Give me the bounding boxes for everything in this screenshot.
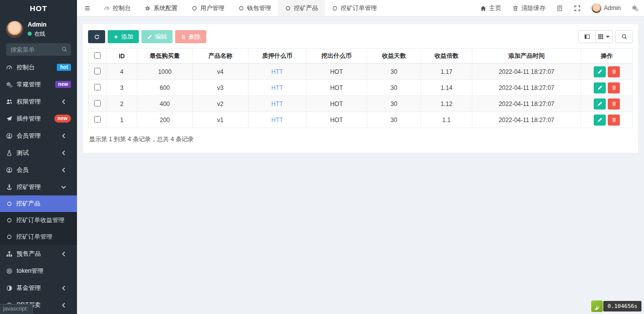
stake-coin-link[interactable]: HTT (271, 68, 283, 75)
hamburger-icon (84, 5, 91, 12)
sidebar-subitem-label: 挖矿订单管理 (16, 233, 52, 241)
row-edit-button[interactable] (594, 82, 606, 93)
chevron-down-icon (60, 184, 67, 190)
cell: v1 (192, 112, 248, 128)
language-button[interactable] (551, 0, 569, 16)
sidebar-subitem[interactable]: 挖矿订单管理 (0, 229, 77, 245)
tab[interactable]: 挖矿订单管理 (325, 0, 384, 16)
sidebar-item[interactable]: token管理 (0, 262, 77, 279)
cell: 600 (137, 80, 192, 96)
adjust-icon (6, 285, 13, 291)
select-cell (89, 64, 107, 80)
sidebar-item-label: 常规管理 (17, 80, 41, 89)
ops-cell (581, 80, 633, 96)
row-checkbox[interactable] (94, 100, 101, 107)
stake-coin-link[interactable]: HTT (271, 100, 283, 108)
home-label: 主页 (489, 4, 501, 13)
cell: 30 (367, 112, 421, 128)
token-icon (6, 268, 13, 274)
tab[interactable]: 控制台 (97, 0, 138, 16)
cell: HTT (249, 64, 306, 80)
row-edit-button[interactable] (594, 66, 606, 77)
sidebar-item[interactable]: 预售产品 (0, 245, 77, 262)
row-checkbox[interactable] (94, 84, 101, 90)
row-checkbox[interactable] (94, 116, 101, 123)
row-edit-button[interactable] (594, 98, 606, 110)
stake-coin-link[interactable]: HTT (271, 84, 283, 91)
pencil-icon (597, 101, 603, 107)
settings-button[interactable] (626, 0, 644, 16)
user-status: 在线 (28, 30, 46, 38)
tab[interactable]: 用户管理 (185, 0, 231, 16)
sidebar-item[interactable]: 测试 (0, 144, 77, 161)
sidebar-item[interactable]: 控制台hot (0, 59, 77, 76)
add-button[interactable]: 添加 (108, 30, 139, 43)
toggle-view-button[interactable] (578, 30, 596, 43)
sidebar-item[interactable]: 挖矿管理 (0, 178, 77, 195)
exec-time-widget: 0.104656s (591, 300, 641, 312)
cell: 1.12 (421, 96, 472, 112)
fullscreen-button[interactable] (569, 0, 586, 16)
sidebar-item[interactable]: 插件管理new (0, 110, 77, 127)
delete-button[interactable]: 删除 (175, 30, 206, 43)
search-toggle-button[interactable] (615, 30, 633, 43)
row-delete-button[interactable] (608, 115, 620, 126)
row-edit-button[interactable] (594, 115, 606, 126)
tab[interactable]: 钱包管理 (231, 0, 278, 16)
circle-o-icon (192, 6, 197, 11)
gears-icon (632, 5, 638, 12)
avatar (6, 21, 23, 38)
cell: 3 (106, 80, 137, 96)
clear-cache-button[interactable]: 清除缓存 (507, 0, 551, 16)
sidebar-item[interactable]: 基金管理 (0, 279, 77, 296)
sidebar-subitem[interactable]: 挖矿产品 (0, 195, 77, 212)
chevron-left-icon (60, 285, 67, 291)
sidebar-item-label: 基金管理 (17, 284, 41, 292)
add-button-label: 添加 (121, 33, 133, 41)
home-link[interactable]: 主页 (474, 0, 507, 16)
row-delete-button[interactable] (608, 98, 620, 110)
user-name: Admin (28, 21, 46, 28)
column-header: 添加产品时间 (472, 49, 581, 64)
sidebar-item[interactable]: 会员 (0, 161, 77, 178)
select-all-checkbox[interactable] (94, 52, 101, 59)
sidebar-item[interactable]: 会员管理 (0, 127, 77, 144)
refresh-icon (94, 34, 100, 40)
row-delete-button[interactable] (608, 82, 620, 93)
row-checkbox[interactable] (94, 68, 101, 74)
sidebar-item-label: 插件管理 (17, 115, 41, 123)
menu-search (6, 43, 71, 56)
select-cell (89, 96, 107, 112)
sidebar-menu: 控制台hot常规管理new权限管理插件管理new会员管理测试会员挖矿管理挖矿产品… (0, 59, 77, 313)
sidebar-item[interactable]: 权限管理 (0, 93, 77, 110)
edit-button[interactable]: 编辑 (141, 30, 173, 43)
cell: 1.17 (421, 64, 472, 80)
cell: 1.14 (421, 80, 472, 96)
tab[interactable]: 挖矿产品 (278, 0, 325, 16)
topbar-right: 主页 清除缓存 Admin (474, 0, 644, 16)
select-cell (89, 112, 107, 128)
user-menu[interactable]: Admin (586, 0, 626, 16)
cell: HTT (249, 80, 306, 96)
stake-coin-link[interactable]: HTT (271, 117, 283, 124)
tab-label: 挖矿产品 (294, 4, 318, 13)
sidebar-item[interactable]: 常规管理new (0, 76, 77, 93)
products-table: ID最低购买量产品名称质押什么币挖出什么币收益天数收益倍数添加产品时间操作 41… (88, 48, 633, 128)
sidebar-toggle-button[interactable] (77, 0, 97, 16)
column-header: 挖出什么币 (306, 49, 367, 64)
language-icon (556, 5, 563, 12)
topbar: 控制台系统配置用户管理钱包管理挖矿产品挖矿订单管理 主页 清除缓存 Admin (77, 0, 644, 17)
refresh-button[interactable] (88, 30, 105, 43)
cell: 30 (367, 80, 421, 96)
caret-down-icon (605, 34, 611, 40)
circle-o-icon (285, 6, 291, 11)
row-delete-button[interactable] (608, 66, 620, 77)
columns-button[interactable] (595, 30, 613, 43)
sidebar-subitem-label: 挖矿产品 (16, 199, 40, 208)
cell: 2022-04-11 18:27:07 (472, 80, 581, 96)
cell: HTT (249, 96, 306, 112)
tab[interactable]: 系统配置 (138, 0, 185, 16)
sidebar-subitem[interactable]: 挖矿订单收益管理 (0, 212, 77, 229)
user-status-label: 在线 (34, 30, 45, 38)
flask-icon (6, 150, 13, 156)
